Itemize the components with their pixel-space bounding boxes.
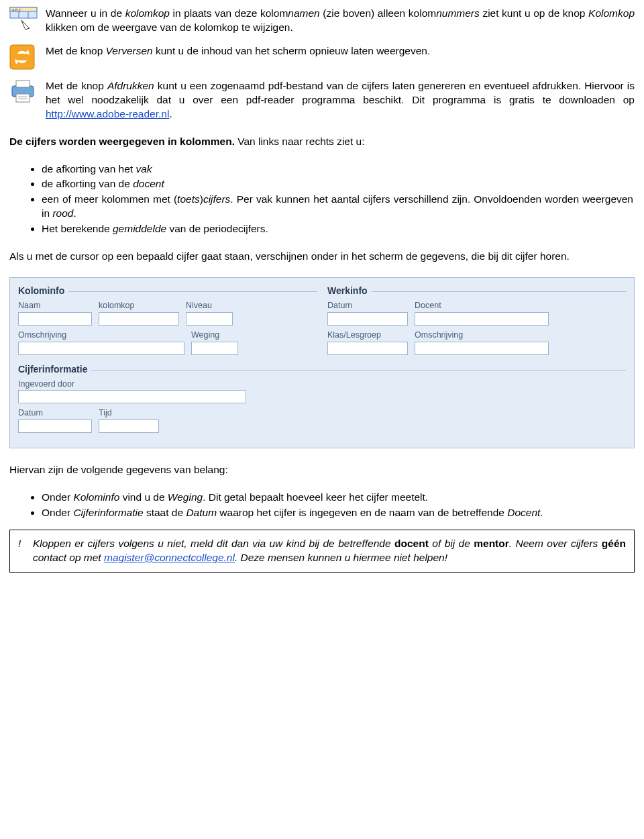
para-afdrukken: Met de knop Afdrukken kunt u een zogenaa… xyxy=(46,79,635,121)
para-verversen: Met de knop Verversen kunt u de inhoud v… xyxy=(46,44,635,58)
warning-note: ! Kloppen er cijfers volgens u niet, mel… xyxy=(9,530,635,573)
section-columns: De cijfers worden weergegeven in kolomme… xyxy=(9,135,635,149)
adobe-reader-link[interactable]: http://www.adobe-reader.nl xyxy=(46,108,169,119)
columns-list: de afkorting van het vak de afkorting va… xyxy=(9,162,635,237)
tijd-input[interactable] xyxy=(99,420,159,433)
kolomkop-icon: A B C xyxy=(9,7,39,34)
docent-input[interactable] xyxy=(415,312,549,326)
werkinfo-title: Werkinfo xyxy=(327,285,368,297)
kolominfo-title: Kolominfo xyxy=(18,285,64,297)
svg-point-11 xyxy=(30,87,32,89)
weging-input[interactable] xyxy=(191,342,238,355)
klas-input[interactable] xyxy=(327,342,408,355)
refresh-icon xyxy=(9,44,39,70)
cursor-note: Als u met de cursor op een bepaald cijfe… xyxy=(9,250,635,264)
ingevoerd-input[interactable] xyxy=(18,390,246,403)
svg-rect-5 xyxy=(10,45,34,69)
svg-text:A B C: A B C xyxy=(12,8,21,12)
kolomkop-input[interactable] xyxy=(99,312,179,326)
magister-email-link[interactable]: magister@connectcollege.nl xyxy=(104,552,235,563)
svg-rect-8 xyxy=(16,94,30,102)
svg-rect-7 xyxy=(16,81,30,87)
section-relevant: Hiervan zijn de volgende gegevens van be… xyxy=(9,463,635,477)
niveau-input[interactable] xyxy=(186,312,233,326)
naam-input[interactable] xyxy=(18,312,92,326)
cijfer-datum-input[interactable] xyxy=(18,420,92,433)
print-icon xyxy=(9,79,39,103)
werk-omschrijving-input[interactable] xyxy=(415,342,549,355)
werk-datum-input[interactable] xyxy=(327,312,408,326)
para-kolomkop: Wanneer u in de kolomkop in plaats van d… xyxy=(46,7,635,35)
cijferinfo-title: Cijferinformatie xyxy=(18,363,87,376)
info-panel: Kolominfo Naam kolomkop Niveau Omschrijv… xyxy=(9,277,635,448)
relevant-list: Onder Kolominfo vind u de Weging. Dit ge… xyxy=(9,491,635,520)
omschrijving-input[interactable] xyxy=(18,342,184,355)
